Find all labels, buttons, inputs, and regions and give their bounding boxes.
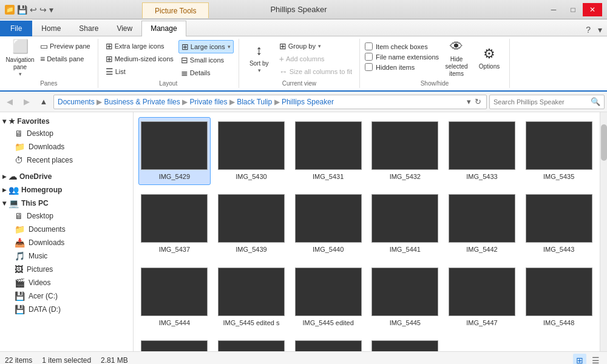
add-columns-button[interactable]: + Add columns xyxy=(277,53,354,65)
sidebar-item-data-d[interactable]: 💾 DATA (D:) xyxy=(0,303,133,316)
file-item-img5457[interactable]: IMG_5457 xyxy=(138,336,211,351)
sidebar-item-desktop-top[interactable]: 🖥 Desktop xyxy=(0,127,133,140)
file-item-img5441[interactable]: IMG_5441 xyxy=(369,190,441,258)
sidebar-section-onedrive[interactable]: ▸ ☁ OneDrive xyxy=(0,169,133,183)
help-icon[interactable]: ? xyxy=(583,24,593,36)
details-pane-button[interactable]: ≡ Details pane xyxy=(38,53,93,65)
list-button[interactable]: ☰ List xyxy=(103,66,176,78)
file-item-img5429[interactable]: IMG_5429 xyxy=(138,117,211,185)
homegroup-icon: 👥 xyxy=(8,185,19,195)
address-bar[interactable]: Documents ▶ Business & Private files ▶ P… xyxy=(53,95,487,109)
sidebar-item-music[interactable]: 🎵 Music xyxy=(0,249,133,263)
options-button[interactable]: ⚙ Options xyxy=(474,40,504,76)
group-by-button[interactable]: ⊞ Group by ▾ xyxy=(277,40,354,52)
sidebar-item-downloads-top[interactable]: 📁 Downloads xyxy=(0,140,133,153)
grid-view-button[interactable]: ⊞ xyxy=(573,354,586,365)
file-item-img5437[interactable]: IMG_5437 xyxy=(138,190,211,258)
address-part-3[interactable]: Private files xyxy=(189,98,227,106)
navigation-pane-button[interactable]: ⬜ Navigationpane ▾ xyxy=(5,40,35,76)
small-icons-label: Small icons xyxy=(190,56,224,64)
hidden-items-row[interactable]: Hidden items xyxy=(365,63,439,71)
sort-by-icon: ↕ xyxy=(256,42,262,58)
save-icon[interactable]: 💾 xyxy=(17,5,27,15)
file-item-img5439[interactable]: IMG_5439 xyxy=(215,190,288,258)
minimize-button[interactable]: ─ xyxy=(544,3,563,16)
file-item-img5442[interactable]: IMG_5442 xyxy=(446,190,518,258)
file-item-img5445ed[interactable]: IMG_5445 edited xyxy=(292,263,364,331)
sidebar-item-documents[interactable]: 📁 Documents xyxy=(0,223,133,236)
hide-selected-button[interactable]: 👁 Hide selecteditems xyxy=(441,40,472,76)
back-button[interactable]: ◀ xyxy=(2,95,17,109)
ribbon-collapse-icon[interactable]: ▾ xyxy=(595,24,605,36)
search-box[interactable]: 🔍 xyxy=(489,95,605,109)
file-item-img5430[interactable]: IMG_5430 xyxy=(215,117,288,185)
sidebar-section-favorites[interactable]: ▾ ★ Favorites xyxy=(0,115,133,127)
ribbon-group-current-view: ↕ Sort by ▾ ⊞ Group by ▾ + Add columns ↔… xyxy=(239,39,360,88)
redo-icon[interactable]: ↪ xyxy=(39,5,47,15)
file-item-img5440[interactable]: IMG_5440 xyxy=(292,190,364,258)
sidebar-item-desktop-pc[interactable]: 🖥 Desktop xyxy=(0,209,133,223)
sidebar-section-homegroup[interactable]: ▸ 👥 Homegroup xyxy=(0,183,133,196)
file-item-img5460[interactable]: IMG_5460 xyxy=(215,336,288,351)
address-part-1[interactable]: Documents xyxy=(58,98,95,106)
item-check-boxes-checkbox[interactable] xyxy=(365,42,373,50)
file-item-img5448[interactable]: IMG_5448 xyxy=(523,263,595,331)
file-thumbnail-img5444 xyxy=(141,268,208,316)
tab-file[interactable]: File xyxy=(0,21,32,36)
file-item-img5431[interactable]: IMG_5431 xyxy=(292,117,364,185)
undo-icon[interactable]: ↩ xyxy=(30,5,37,15)
sidebar-section-this-pc[interactable]: ▾ 💻 This PC xyxy=(0,196,133,209)
details-pane-label: Details pane xyxy=(47,55,84,62)
vertical-scrollbar[interactable] xyxy=(600,112,607,351)
tab-manage[interactable]: Manage xyxy=(141,21,186,36)
tab-view[interactable]: View xyxy=(107,21,141,36)
address-dropdown-icon[interactable]: ▾ xyxy=(466,97,472,106)
forward-button[interactable]: ▶ xyxy=(19,95,34,109)
address-part-4[interactable]: Black Tulip xyxy=(237,98,272,106)
file-grid-container[interactable]: IMG_5429IMG_5430IMG_5431IMG_5432IMG_5433… xyxy=(134,112,600,351)
address-refresh-icon[interactable]: ↻ xyxy=(473,97,483,106)
file-item-img5432[interactable]: IMG_5432 xyxy=(369,117,441,185)
file-item-img5435[interactable]: IMG_5435 xyxy=(523,117,595,185)
file-item-img5462[interactable]: IMG_5462 xyxy=(369,336,441,351)
details-button[interactable]: ≣ Details xyxy=(178,67,234,79)
sidebar-item-acer-c[interactable]: 💾 Acer (C:) xyxy=(0,289,133,303)
address-part-5[interactable]: Phillips Speaker xyxy=(282,98,334,106)
up-button[interactable]: ▲ xyxy=(36,95,51,109)
file-name-extensions-checkbox[interactable] xyxy=(365,53,373,61)
extra-large-icons-button[interactable]: ⊞ Extra large icons xyxy=(103,40,176,52)
file-name-img5433: IMG_5433 xyxy=(466,172,497,181)
search-input[interactable] xyxy=(493,98,588,106)
large-icons-button[interactable]: ⊞ Large icons ▾ xyxy=(178,40,234,53)
tab-home[interactable]: Home xyxy=(32,21,70,36)
size-all-button[interactable]: ↔ Size all columns to fit xyxy=(277,66,354,78)
data-d-icon: 💾 xyxy=(15,305,25,314)
sidebar-item-videos[interactable]: 🎬 Videos xyxy=(0,276,133,289)
sidebar-item-downloads[interactable]: 📥 Downloads xyxy=(0,236,133,249)
hidden-items-checkbox[interactable] xyxy=(365,63,373,71)
file-name-extensions-row[interactable]: File name extensions xyxy=(365,53,439,61)
file-item-img5444[interactable]: IMG_5444 xyxy=(138,263,211,331)
file-name-img5435: IMG_5435 xyxy=(543,172,574,181)
separator-4: ▶ xyxy=(274,98,282,106)
item-check-boxes-row[interactable]: Item check boxes xyxy=(365,42,439,50)
small-icons-button[interactable]: ⊟ Small icons xyxy=(178,54,234,66)
file-item-img5433[interactable]: IMG_5433 xyxy=(446,117,518,185)
qs-dropdown-icon[interactable]: ▾ xyxy=(49,5,53,15)
tab-share[interactable]: Share xyxy=(70,21,107,36)
scrollbar-thumb[interactable] xyxy=(601,124,607,161)
file-item-img5461[interactable]: IMG_5461 xyxy=(292,336,364,351)
file-item-img5447[interactable]: IMG_5447 xyxy=(446,263,518,331)
preview-pane-button[interactable]: ▭ Preview pane xyxy=(38,40,93,52)
close-button[interactable]: ✕ xyxy=(583,3,602,16)
sidebar-item-pictures[interactable]: 🖼 Pictures xyxy=(0,263,133,276)
file-item-img5445e[interactable]: IMG_5445 edited s xyxy=(215,263,288,331)
list-view-button[interactable]: ☰ xyxy=(589,354,602,365)
address-part-2[interactable]: Business & Private files xyxy=(104,98,180,106)
file-item-img5443[interactable]: IMG_5443 xyxy=(523,190,595,258)
maximize-button[interactable]: □ xyxy=(563,3,583,16)
sort-by-button[interactable]: ↕ Sort by ▾ xyxy=(244,40,274,76)
file-item-img5445[interactable]: IMG_5445 xyxy=(369,263,441,331)
medium-icons-button[interactable]: ⊞ Medium-sized icons xyxy=(103,53,176,65)
sidebar-item-recent-places[interactable]: ⏱ Recent places xyxy=(0,153,133,167)
